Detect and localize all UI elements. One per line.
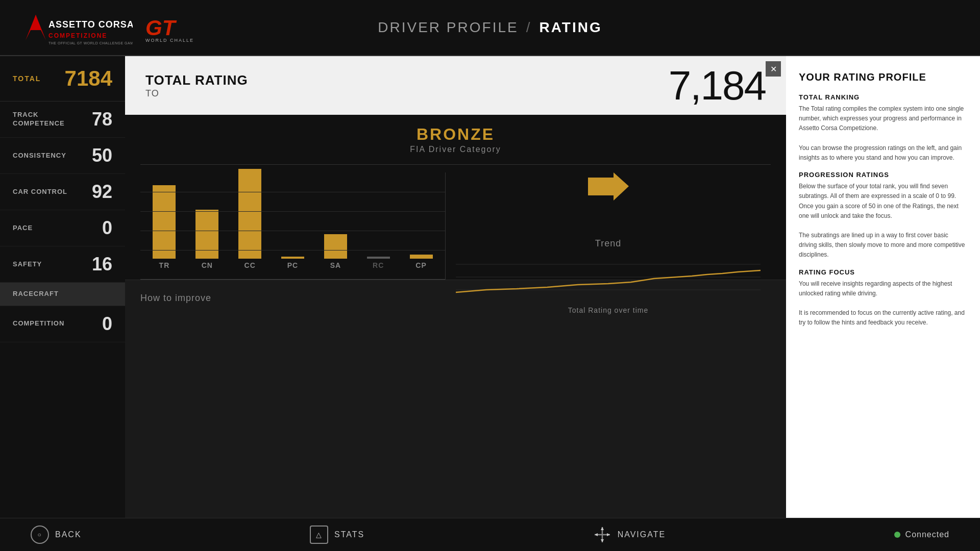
sidebar-item-track-competence-label: TRACKCOMPETENCE — [13, 111, 65, 128]
gt-logo: GT WORLD CHALLENGE — [143, 12, 194, 43]
sidebar-item-racecraft[interactable]: RACECRAFT — [0, 283, 125, 306]
bar-group-pc: PC — [274, 257, 312, 269]
sidebar-item-racecraft-label: RACECRAFT — [13, 290, 59, 298]
bar-label-rc: RC — [373, 261, 384, 269]
bar-label-sa: SA — [330, 261, 341, 269]
svg-text:THE OFFICIAL GT WORLD CHALLENG: THE OFFICIAL GT WORLD CHALLENGE GAME — [48, 41, 133, 45]
trend-graph-svg — [456, 254, 761, 300]
bar-pc — [281, 257, 304, 259]
how-to-improve-label: How to improve — [140, 293, 211, 303]
header-title-divider: / — [526, 19, 532, 36]
right-panel: YOUR RATING PROFILE TOTAL RANKING The To… — [786, 56, 980, 518]
trend-label: Trend — [456, 238, 761, 249]
sidebar-item-consistency-value: 50 — [92, 145, 112, 166]
right-panel-title: YOUR RATING PROFILE — [799, 71, 967, 83]
sidebar-item-pace[interactable]: PACE 0 — [0, 210, 125, 246]
header-title-sub: RATING — [539, 19, 602, 36]
right-panel-section-rating-focus-title: RATING FOCUS — [799, 268, 967, 276]
sidebar-item-car-control-label: CAR CONTROL — [13, 188, 67, 196]
svg-marker-15 — [601, 527, 604, 530]
bar-cn — [195, 210, 218, 259]
main-content: TOTAL RATING TO 7,184 ✕ BRONZE FIA Drive… — [125, 56, 786, 518]
sidebar-total-label: TOTAL — [13, 74, 41, 83]
sidebar-item-consistency[interactable]: CONSISTENCY 50 — [0, 138, 125, 174]
sidebar-item-car-control-value: 92 — [92, 181, 112, 203]
total-rating-title: TOTAL RATING — [145, 72, 248, 88]
navigate-button[interactable]: NAVIGATE — [593, 525, 666, 544]
bar-label-pc: PC — [287, 261, 298, 269]
stats-icon: △ — [310, 525, 328, 544]
right-panel-section-rating-focus-text: You will receive insights regarding aspe… — [799, 279, 967, 328]
total-rating-card: TOTAL RATING TO 7,184 ✕ — [125, 56, 786, 115]
bar-cp — [410, 255, 433, 259]
header-title: DRIVER PROFILE / RATING — [378, 19, 602, 36]
svg-marker-7 — [588, 172, 629, 201]
total-rating-subtitle: TO — [145, 88, 248, 99]
bar-cc — [238, 169, 261, 259]
back-icon: ○ — [31, 525, 49, 544]
navigate-icon-svg — [594, 526, 611, 543]
chart-container: TR CN CC PC — [140, 172, 771, 280]
back-label: BACK — [55, 530, 82, 539]
trend-chart: Trend Total Rating over time — [445, 172, 771, 280]
gt-logo-svg: GT WORLD CHALLENGE — [143, 12, 194, 43]
sidebar: TOTAL 7184 TRACKCOMPETENCE 78 CONSISTENC… — [0, 56, 125, 518]
bar-tr — [153, 185, 176, 259]
back-button[interactable]: ○ BACK — [31, 525, 82, 544]
header: ASSETTO CORSA COMPETIZIONE THE OFFICIAL … — [0, 0, 980, 56]
stats-button[interactable]: △ STATS — [310, 525, 364, 544]
sidebar-total: TOTAL 7184 — [0, 56, 125, 102]
sidebar-item-pace-label: PACE — [13, 224, 33, 233]
acc-logo-svg: ASSETTO CORSA COMPETIZIONE THE OFFICIAL … — [20, 10, 133, 45]
svg-text:WORLD CHALLENGE: WORLD CHALLENGE — [145, 38, 194, 43]
svg-text:GT: GT — [145, 16, 177, 40]
driver-category: BRONZE FIA Driver Category — [140, 125, 771, 154]
right-panel-section-total-ranking-text: The Total rating compiles the complex sy… — [799, 104, 967, 163]
bar-label-tr: TR — [159, 261, 170, 269]
navigate-icon — [593, 525, 611, 544]
bar-group-sa: SA — [316, 234, 354, 269]
chart-separator — [140, 164, 771, 165]
back-icon-svg: ○ — [35, 530, 44, 539]
svg-text:ASSETTO CORSA: ASSETTO CORSA — [48, 19, 133, 30]
close-button[interactable]: ✕ — [766, 61, 781, 77]
bar-label-cp: CP — [415, 261, 426, 269]
trend-graph — [456, 254, 761, 302]
chart-section: BRONZE FIA Driver Category TR — [125, 115, 786, 280]
right-panel-section-progression-title: PROGRESSION RATINGS — [799, 171, 967, 179]
bar-sa — [324, 234, 347, 259]
sidebar-item-competition[interactable]: COMPETITION 0 — [0, 306, 125, 342]
bar-chart: TR CN CC PC — [140, 172, 445, 280]
bar-group-tr: TR — [145, 185, 183, 269]
sidebar-item-pace-value: 0 — [102, 217, 112, 239]
sidebar-item-safety-value: 16 — [92, 254, 112, 275]
acc-logo: ASSETTO CORSA COMPETIZIONE THE OFFICIAL … — [20, 10, 133, 45]
total-rating-over-time-label: Total Rating over time — [456, 306, 761, 314]
header-title-main: DRIVER PROFILE — [378, 19, 518, 36]
connected-label: Connected — [905, 530, 949, 539]
sidebar-item-safety-label: SAFETY — [13, 260, 42, 269]
sidebar-total-value: 7184 — [65, 66, 112, 91]
bar-label-cn: CN — [202, 261, 213, 269]
sidebar-item-track-competence-value: 78 — [92, 109, 112, 130]
sidebar-item-car-control[interactable]: CAR CONTROL 92 — [0, 174, 125, 210]
sidebar-item-safety[interactable]: SAFETY 16 — [0, 246, 125, 283]
bar-group-cc: CC — [231, 169, 269, 269]
svg-marker-16 — [601, 539, 604, 542]
connected-dot — [894, 532, 900, 538]
right-panel-section-progression-text: Below the surface of your total rank, yo… — [799, 182, 967, 260]
sidebar-item-track-competence[interactable]: TRACKCOMPETENCE 78 — [0, 102, 125, 138]
sidebar-item-competition-label: COMPETITION — [13, 319, 64, 328]
svg-text:COMPETIZIONE: COMPETIZIONE — [48, 32, 107, 39]
driver-category-sub: FIA Driver Category — [140, 145, 771, 154]
bar-group-rc: RC — [359, 257, 397, 269]
right-panel-section-total-ranking-title: TOTAL RANKING — [799, 93, 967, 101]
total-rating-info: TOTAL RATING TO — [145, 72, 248, 99]
bar-rc — [367, 257, 390, 259]
bar-label-cc: CC — [244, 261, 256, 269]
logo-container: ASSETTO CORSA COMPETIZIONE THE OFFICIAL … — [20, 10, 194, 45]
stats-icon-symbol: △ — [316, 531, 323, 539]
svg-marker-17 — [595, 533, 598, 536]
svg-marker-18 — [607, 533, 610, 536]
total-rating-number: 7,184 — [669, 62, 766, 109]
